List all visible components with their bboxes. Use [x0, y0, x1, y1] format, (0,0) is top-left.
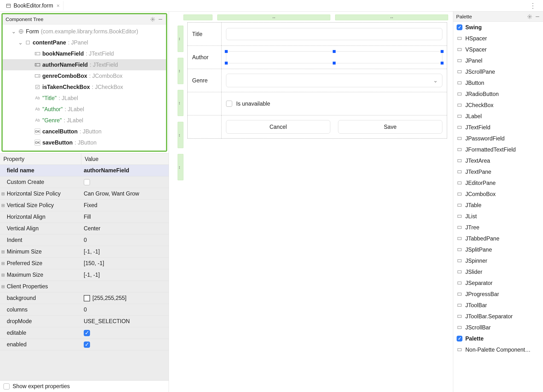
property-row[interactable]: Indent0	[0, 234, 169, 246]
tree-node-label-title[interactable]: Ab "Title" : JLabel	[3, 93, 166, 104]
property-value[interactable]: [-1, -1]	[81, 272, 169, 278]
properties-table[interactable]: field nameauthorNameFieldCustom Create⊞H…	[0, 165, 169, 380]
tree-node-label-genre[interactable]: Ab "Genre" : JLabel	[3, 115, 166, 126]
ruler-segment[interactable]: ↔	[217, 15, 330, 20]
palette-item[interactable]: JPanel	[453, 55, 543, 66]
selection-handle[interactable]	[441, 62, 444, 65]
palette-item[interactable]: VSpacer	[453, 44, 543, 55]
property-row[interactable]: Horizontal AlignFill	[0, 211, 169, 223]
selection-handle[interactable]	[441, 50, 444, 53]
property-value[interactable]: [150, -1]	[81, 260, 169, 267]
palette-item[interactable]: HSpacer	[453, 33, 543, 44]
property-row[interactable]: Vertical AlignCenter	[0, 223, 169, 234]
palette-item[interactable]: JSplitPane	[453, 244, 543, 255]
selection-handle[interactable]	[333, 62, 336, 65]
property-value[interactable]: ✓	[81, 330, 169, 336]
property-row[interactable]: ⊞Horizontal Size PolicyCan Grow, Want Gr…	[0, 188, 169, 200]
property-row[interactable]: enabled✓	[0, 339, 169, 350]
palette-item[interactable]: JComboBox	[453, 189, 543, 200]
chevron-down-icon[interactable]: ⌄	[18, 39, 23, 46]
expand-icon[interactable]: ⊞	[0, 249, 6, 254]
selection-handle[interactable]	[225, 62, 228, 65]
empty-cell[interactable]	[188, 92, 221, 115]
palette-item[interactable]: JSlider	[453, 266, 543, 277]
tree-node-form[interactable]: ⌄ Form (com.example.library.forms.BookEd…	[3, 26, 166, 37]
property-row[interactable]: field nameauthorNameField	[0, 165, 169, 176]
palette-item[interactable]: JTabbedPane	[453, 233, 543, 244]
expand-icon[interactable]: ⊞	[0, 203, 6, 208]
palette-item[interactable]: JTable	[453, 200, 543, 211]
property-row[interactable]: columns0	[0, 304, 169, 316]
property-row[interactable]: ⊞Preferred Size[150, -1]	[0, 258, 169, 269]
author-field-cell[interactable]	[221, 46, 447, 69]
palette-group[interactable]: ✓Swing	[453, 22, 543, 33]
property-value[interactable]: Fill	[81, 214, 169, 220]
property-row[interactable]: ⊞Maximum Size[-1, -1]	[0, 269, 169, 281]
property-row[interactable]: ⊞Client Properties	[0, 281, 169, 292]
property-row[interactable]: ⊞Minimum Size[-1, -1]	[0, 246, 169, 258]
empty-cell[interactable]	[188, 115, 221, 138]
tree-node-genrecombobox[interactable]: genreComboBox : JComboBox	[3, 70, 166, 81]
property-value[interactable]: authorNameField	[81, 167, 169, 174]
property-row[interactable]: editable✓	[0, 327, 169, 339]
palette-item[interactable]: JToolBar	[453, 300, 543, 311]
property-value[interactable]: USE_SELECTION	[81, 318, 169, 325]
ruler-segment[interactable]: ↕	[178, 58, 183, 84]
ruler-segment[interactable]: ↕	[178, 154, 183, 180]
expand-icon[interactable]: ⊞	[0, 272, 6, 278]
property-row[interactable]: ⊞Vertical Size PolicyFixed	[0, 200, 169, 211]
expand-icon[interactable]: ⊞	[0, 284, 6, 289]
unavailable-cell[interactable]: Is unavailable	[221, 92, 447, 115]
palette-item[interactable]: JToolBar.Separator	[453, 311, 543, 322]
property-value[interactable]: Can Grow, Want Grow	[81, 190, 169, 197]
cancel-button[interactable]: Cancel	[226, 120, 330, 134]
checkbox[interactable]: ✓	[84, 330, 90, 336]
save-button[interactable]: Save	[338, 120, 442, 134]
ruler-segment[interactable]: ↕	[178, 122, 183, 148]
close-tab-icon[interactable]: ×	[57, 3, 60, 9]
genre-combobox[interactable]: ⌄	[226, 74, 442, 87]
expand-icon[interactable]: ⊞	[0, 191, 6, 196]
property-value[interactable]: ✓	[81, 341, 169, 348]
palette-item[interactable]: JScrollPane	[453, 66, 543, 77]
minimize-icon[interactable]	[535, 14, 540, 19]
component-tree[interactable]: ⌄ Form (com.example.library.forms.BookEd…	[3, 24, 166, 151]
ruler-segment[interactable]: ↕	[178, 26, 183, 52]
palette-item[interactable]: JTree	[453, 222, 543, 233]
property-value[interactable]: Center	[81, 225, 169, 232]
gear-icon[interactable]	[527, 14, 532, 19]
label-genre-cell[interactable]: Genre	[188, 69, 221, 92]
palette-group[interactable]: ✓Palette	[453, 333, 543, 344]
label-author-cell[interactable]: Author	[188, 46, 221, 69]
palette-item[interactable]: JTextArea	[453, 155, 543, 166]
palette-item[interactable]: JPasswordField	[453, 133, 543, 144]
property-value[interactable]: [-1, -1]	[81, 248, 169, 255]
chevron-down-icon[interactable]: ⌄	[11, 28, 16, 35]
palette-item[interactable]: JProgressBar	[453, 289, 543, 300]
palette-item[interactable]: JEditorPane	[453, 177, 543, 189]
palette-item[interactable]: JFormattedTextField	[453, 144, 543, 155]
ruler-segment[interactable]: ↕	[178, 90, 183, 116]
palette-item[interactable]: JScrollBar	[453, 322, 543, 333]
palette-item[interactable]: Non-Palette Component…	[453, 344, 543, 355]
is-unavailable-checkbox[interactable]	[226, 101, 232, 107]
genre-combo-cell[interactable]: ⌄	[221, 69, 447, 92]
ruler-segment[interactable]: ↔	[335, 15, 448, 20]
expand-icon[interactable]: ⊞	[0, 261, 6, 266]
editor-tab[interactable]: BookEditor.form ×	[2, 1, 63, 10]
form-surface[interactable]: Title Author Genre ⌄	[187, 22, 447, 139]
gear-icon[interactable]	[150, 17, 155, 22]
palette-item[interactable]: JCheckBox	[453, 100, 543, 111]
title-textfield[interactable]	[226, 28, 442, 40]
tree-node-booknamefield[interactable]: bookNameField : JTextField	[3, 48, 166, 59]
tree-node-contentpane[interactable]: ⌄ contentPane : JPanel	[3, 37, 166, 48]
palette-item[interactable]: JTextPane	[453, 166, 543, 177]
checkbox[interactable]: ✓	[84, 341, 90, 348]
property-value[interactable]: [255,255,255]	[81, 295, 169, 301]
palette-list[interactable]: ✓SwingHSpacerVSpacerJPanelJScrollPaneJBu…	[453, 22, 543, 392]
label-title-cell[interactable]: Title	[188, 22, 221, 46]
palette-item[interactable]: JSeparator	[453, 277, 543, 289]
checkbox[interactable]	[84, 179, 90, 185]
property-row[interactable]: dropModeUSE_SELECTION	[0, 316, 169, 327]
title-field-cell[interactable]	[221, 22, 447, 46]
